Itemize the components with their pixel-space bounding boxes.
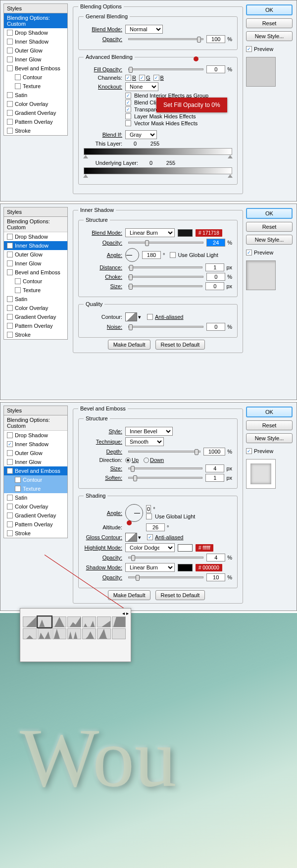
size-slider[interactable]	[128, 467, 202, 469]
style-texture[interactable]: Texture	[4, 286, 67, 295]
make-default-button[interactable]: Make Default	[108, 590, 151, 600]
style-stroke[interactable]: Stroke	[4, 529, 67, 538]
style-inner-glow[interactable]: Inner Glow	[4, 55, 67, 64]
style-inner-glow[interactable]: Inner Glow	[4, 458, 67, 466]
highlight-color-swatch[interactable]	[178, 544, 193, 552]
style-pattern-overlay[interactable]: Pattern Overlay	[4, 520, 67, 529]
anti-aliased-checkbox[interactable]	[147, 534, 153, 540]
knockout-select[interactable]: None	[125, 82, 158, 91]
noise-slider[interactable]	[128, 326, 203, 328]
blend-clipped-checkbox[interactable]	[125, 100, 131, 105]
technique-select[interactable]: Smooth	[125, 437, 164, 446]
style-inner-shadow[interactable]: Inner Shadow	[4, 37, 67, 46]
style-outer-glow[interactable]: Outer Glow	[4, 250, 67, 259]
blend-mode-select[interactable]: Linear Burn	[125, 228, 175, 237]
contour-preset[interactable]	[23, 628, 37, 639]
soften-slider[interactable]	[128, 477, 202, 479]
soften-input[interactable]: 1	[205, 474, 224, 482]
style-gradient-overlay[interactable]: Gradient Overlay	[4, 108, 67, 117]
style-drop-shadow[interactable]: Drop Shadow	[4, 431, 67, 440]
style-pattern-overlay[interactable]: Pattern Overlay	[4, 321, 67, 330]
opacity-slider[interactable]	[128, 242, 203, 244]
altitude-input[interactable]: 26	[146, 523, 165, 531]
style-drop-shadow[interactable]: Drop Shadow	[4, 28, 67, 37]
style-gradient-overlay[interactable]: Gradient Overlay	[4, 312, 67, 321]
distance-slider[interactable]	[128, 266, 202, 268]
vector-mask-hides-checkbox[interactable]	[125, 120, 131, 126]
style-drop-shadow[interactable]: Drop Shadow	[4, 232, 67, 241]
style-bevel-emboss[interactable]: Bevel and Emboss	[4, 268, 67, 277]
reset-button[interactable]: Reset	[246, 222, 293, 232]
distance-input[interactable]: 1	[205, 263, 224, 271]
style-color-overlay[interactable]: Color Overlay	[4, 100, 67, 108]
angle-input[interactable]: 180	[142, 251, 161, 259]
angle-input[interactable]: 0	[146, 505, 151, 513]
opacity-input[interactable]: 100	[206, 35, 225, 43]
fill-opacity-slider[interactable]	[128, 68, 203, 70]
gloss-contour-picker[interactable]	[125, 533, 137, 542]
depth-input[interactable]: 1000	[203, 448, 225, 456]
channel-g-checkbox[interactable]	[139, 75, 145, 81]
style-outer-glow[interactable]: Outer Glow	[4, 46, 67, 55]
contour-preset[interactable]	[82, 628, 96, 639]
style-satin[interactable]: Satin	[4, 493, 67, 502]
style-blending-options[interactable]: Blending Options: Custom	[4, 415, 67, 431]
opacity-input[interactable]: 24	[206, 239, 225, 247]
blend-if-select[interactable]: Gray	[125, 130, 157, 139]
style-color-overlay[interactable]: Color Overlay	[4, 502, 67, 511]
direction-down-radio[interactable]	[144, 458, 149, 463]
new-style-button[interactable]: New Style...	[246, 31, 293, 41]
contour-preset[interactable]	[52, 628, 66, 639]
shadow-opacity-slider[interactable]	[128, 576, 203, 578]
ok-button[interactable]: OK	[246, 4, 293, 15]
style-inner-glow[interactable]: Inner Glow	[4, 259, 67, 268]
style-color-overlay[interactable]: Color Overlay	[4, 304, 67, 312]
shadow-color-swatch[interactable]	[178, 564, 193, 571]
contour-preset[interactable]	[112, 628, 126, 639]
preview-checkbox[interactable]	[246, 448, 252, 454]
style-contour[interactable]: Contour	[4, 73, 67, 82]
style-blending-options[interactable]: Blending Options: Custom	[4, 13, 67, 28]
global-light-checkbox[interactable]	[146, 513, 152, 519]
angle-dial[interactable]	[125, 248, 139, 262]
blend-mode-select[interactable]: Normal	[125, 25, 163, 34]
contour-preset[interactable]	[97, 616, 111, 627]
new-style-button[interactable]: New Style...	[246, 235, 293, 245]
underlying-layer-slider[interactable]	[84, 167, 232, 174]
opacity-slider[interactable]	[128, 38, 203, 40]
fill-opacity-input[interactable]: 0	[206, 65, 225, 73]
shadow-opacity-input[interactable]: 10	[206, 573, 225, 581]
blend-interior-checkbox[interactable]	[125, 93, 131, 99]
size-input[interactable]: 0	[205, 282, 224, 290]
shadow-mode-select[interactable]: Linear Burn	[125, 563, 175, 572]
contour-picker[interactable]	[125, 312, 137, 321]
contour-preset[interactable]	[38, 628, 51, 639]
anti-aliased-checkbox[interactable]	[147, 314, 153, 320]
choke-input[interactable]: 0	[206, 273, 225, 281]
contour-preset[interactable]	[52, 616, 66, 627]
contour-preset[interactable]	[82, 616, 96, 627]
style-contour[interactable]: Contour	[4, 277, 67, 286]
channel-r-checkbox[interactable]	[125, 75, 131, 81]
style-satin[interactable]: Satin	[4, 91, 67, 100]
new-style-button[interactable]: New Style...	[246, 433, 293, 443]
noise-input[interactable]: 0	[206, 323, 225, 331]
preview-checkbox[interactable]	[246, 250, 252, 255]
global-light-checkbox[interactable]	[170, 252, 176, 258]
channel-b-checkbox[interactable]	[153, 75, 159, 81]
angle-dial[interactable]	[125, 504, 143, 522]
style-contour[interactable]: Contour	[4, 475, 67, 484]
style-bevel-emboss[interactable]: Bevel and Emboss	[4, 466, 67, 475]
contour-preset[interactable]	[23, 616, 37, 627]
contour-preset[interactable]	[67, 616, 81, 627]
style-bevel-emboss[interactable]: Bevel and Emboss	[4, 64, 67, 73]
ok-button[interactable]: OK	[246, 407, 293, 417]
choke-slider[interactable]	[128, 276, 203, 278]
bevel-style-select[interactable]: Inner Bevel	[125, 427, 173, 436]
style-inner-shadow[interactable]: Inner Shadow	[4, 241, 67, 250]
contour-preset[interactable]	[112, 616, 126, 627]
transparency-shapes-checkbox[interactable]	[125, 106, 131, 112]
preview-checkbox[interactable]	[246, 46, 252, 52]
depth-slider[interactable]	[128, 451, 200, 453]
style-gradient-overlay[interactable]: Gradient Overlay	[4, 511, 67, 520]
